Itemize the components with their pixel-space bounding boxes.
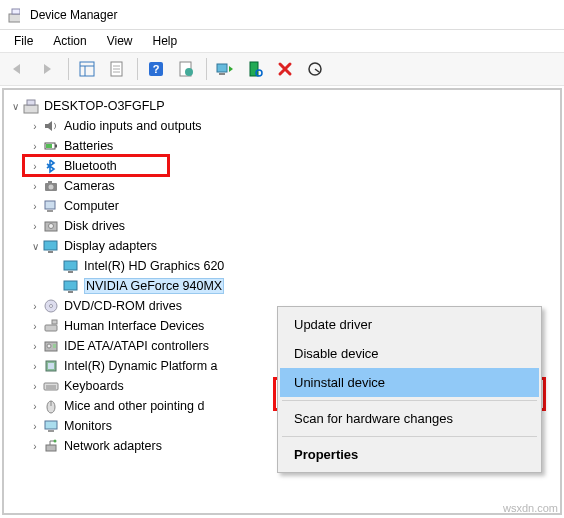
ctx-scan-hardware[interactable]: Scan for hardware changes: [280, 404, 539, 433]
collapse-icon[interactable]: ∨: [28, 239, 42, 253]
expand-icon[interactable]: ›: [28, 199, 42, 213]
svg-point-29: [49, 224, 54, 229]
titlebar: Device Manager: [0, 0, 564, 30]
cat-computer[interactable]: ›Computer: [6, 196, 558, 216]
tree-root[interactable]: ∨ DESKTOP-O3FGFLP: [6, 96, 558, 116]
svg-rect-39: [52, 320, 57, 324]
svg-rect-26: [45, 201, 55, 209]
selected-label: NVIDIA GeForce 940MX: [84, 278, 224, 294]
expand-icon[interactable]: ›: [28, 439, 42, 453]
svg-rect-0: [9, 14, 20, 22]
context-menu: Update driver Disable device Uninstall d…: [277, 306, 542, 473]
expand-icon[interactable]: ›: [28, 379, 42, 393]
hid-icon: [42, 318, 60, 334]
pc-icon: [42, 198, 60, 214]
svg-rect-1: [12, 9, 20, 14]
scan-hardware-button[interactable]: [241, 56, 269, 82]
update-driver-button[interactable]: [211, 56, 239, 82]
svg-rect-2: [80, 62, 94, 76]
dev-nvidia-gpu[interactable]: NVIDIA GeForce 940MX: [6, 276, 558, 296]
svg-rect-13: [217, 64, 227, 72]
svg-rect-35: [68, 291, 73, 293]
menu-help[interactable]: Help: [143, 32, 188, 50]
menu-file[interactable]: File: [4, 32, 43, 50]
svg-rect-34: [64, 281, 77, 290]
action-button[interactable]: [172, 56, 200, 82]
cat-batteries[interactable]: ›Batteries: [6, 136, 558, 156]
cat-display[interactable]: ∨Display adapters: [6, 236, 558, 256]
monitor-icon: [62, 258, 80, 274]
svg-rect-22: [46, 144, 52, 148]
svg-rect-18: [24, 105, 38, 113]
mouse-icon: [42, 398, 60, 414]
svg-text:?: ?: [153, 63, 160, 75]
cat-disk[interactable]: ›Disk drives: [6, 216, 558, 236]
speaker-icon: [42, 118, 60, 134]
svg-rect-32: [64, 261, 77, 270]
ctx-properties[interactable]: Properties: [280, 440, 539, 469]
help-button[interactable]: ?: [142, 56, 170, 82]
uninstall-button[interactable]: [271, 56, 299, 82]
camera-icon: [42, 178, 60, 194]
cat-cameras[interactable]: ›Cameras: [6, 176, 558, 196]
chip-icon: [42, 358, 60, 374]
svg-rect-30: [44, 241, 57, 250]
svg-point-24: [49, 185, 54, 190]
svg-rect-50: [45, 421, 57, 429]
cat-bluetooth[interactable]: ›Bluetooth: [6, 156, 558, 176]
expand-icon[interactable]: ›: [28, 159, 42, 173]
expand-icon[interactable]: ›: [28, 419, 42, 433]
svg-rect-44: [48, 363, 54, 369]
monitor-icon: [42, 238, 60, 254]
disable-button[interactable]: [301, 56, 329, 82]
expand-icon[interactable]: ›: [28, 399, 42, 413]
network-icon: [42, 438, 60, 454]
expand-icon[interactable]: ›: [28, 179, 42, 193]
svg-rect-27: [47, 210, 53, 212]
computer-icon: [22, 98, 40, 114]
svg-rect-52: [46, 445, 56, 451]
expand-icon[interactable]: ›: [28, 319, 42, 333]
svg-rect-42: [53, 344, 56, 348]
expand-icon[interactable]: ›: [28, 299, 42, 313]
svg-point-41: [47, 344, 51, 348]
expand-icon[interactable]: ›: [28, 119, 42, 133]
svg-rect-33: [68, 271, 73, 273]
monitor-icon: [62, 278, 80, 294]
dev-intel-gpu[interactable]: Intel(R) HD Graphics 620: [6, 256, 558, 276]
svg-rect-38: [45, 325, 57, 331]
svg-rect-14: [219, 73, 225, 75]
watermark: wsxdn.com: [503, 502, 558, 514]
monitor-icon: [42, 418, 60, 434]
svg-rect-25: [48, 181, 52, 183]
ctx-disable-device[interactable]: Disable device: [280, 339, 539, 368]
menu-view[interactable]: View: [97, 32, 143, 50]
expand-icon[interactable]: ›: [28, 339, 42, 353]
back-button[interactable]: [4, 56, 32, 82]
cat-audio[interactable]: ›Audio inputs and outputs: [6, 116, 558, 136]
window-title: Device Manager: [30, 8, 117, 22]
svg-rect-21: [55, 145, 57, 148]
svg-rect-31: [48, 251, 53, 253]
ide-icon: [42, 338, 60, 354]
svg-rect-19: [27, 100, 35, 105]
svg-rect-51: [48, 430, 54, 432]
menu-action[interactable]: Action: [43, 32, 96, 50]
bluetooth-icon: [42, 158, 60, 174]
ctx-separator: [282, 400, 537, 401]
forward-button[interactable]: [34, 56, 62, 82]
properties-button[interactable]: [103, 56, 131, 82]
menubar: File Action View Help: [0, 30, 564, 52]
ctx-uninstall-device[interactable]: Uninstall device: [280, 368, 539, 397]
ctx-update-driver[interactable]: Update driver: [280, 310, 539, 339]
expand-icon[interactable]: ›: [28, 359, 42, 373]
disc-icon: [42, 298, 60, 314]
expand-icon[interactable]: ›: [28, 219, 42, 233]
app-icon: [8, 7, 26, 23]
show-hide-tree-button[interactable]: [73, 56, 101, 82]
svg-point-53: [54, 440, 57, 443]
collapse-icon[interactable]: ∨: [8, 99, 22, 113]
expand-icon[interactable]: ›: [28, 139, 42, 153]
svg-point-12: [185, 68, 193, 76]
keyboard-icon: [42, 378, 60, 394]
